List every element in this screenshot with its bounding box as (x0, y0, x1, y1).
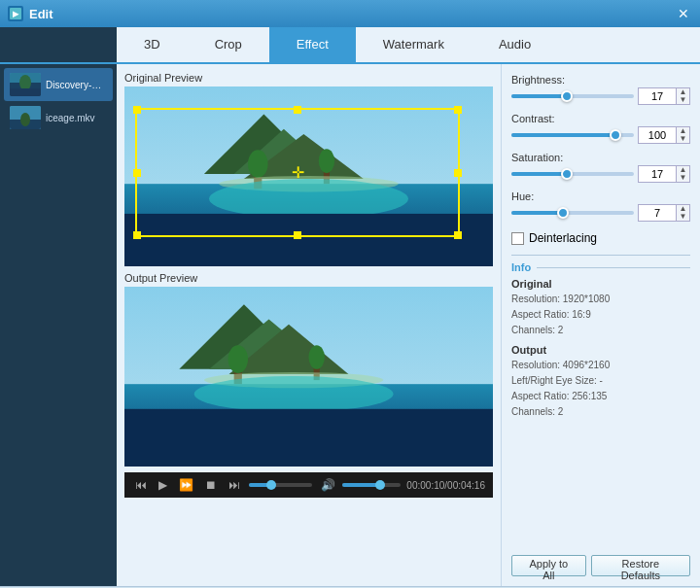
brightness-slider[interactable] (511, 94, 634, 98)
saturation-spinbox[interactable]: 17 ▲ ▼ (638, 165, 690, 183)
content-area: Original Preview (117, 64, 700, 586)
sidebar-label-iceage: iceage.mkv (46, 113, 95, 123)
original-preview-section: Original Preview (124, 72, 493, 266)
contrast-control: Contrast: 100 ▲ ▼ (511, 113, 690, 144)
output-eye-size: Left/Right Eye Size: - (511, 373, 690, 389)
window-title: Edit (29, 7, 675, 21)
contrast-thumb (610, 129, 621, 141)
tab-3d[interactable]: 3D (117, 27, 188, 64)
original-channels: Channels: 2 (511, 323, 690, 338)
app-icon: ▶ (8, 6, 23, 21)
svg-rect-5 (10, 88, 41, 96)
svg-point-15 (248, 150, 267, 178)
original-info-label: Original (511, 278, 690, 290)
original-preview-box: ✛ (124, 86, 493, 266)
info-section: Info Original Resolution: 1920*1080 Aspe… (511, 255, 690, 426)
output-preview-section: Output Preview (124, 272, 493, 467)
fast-forward-button[interactable]: ⏩ (176, 476, 196, 494)
hue-label: Hue: (511, 190, 690, 202)
stop-button[interactable]: ⏹ (202, 476, 220, 494)
svg-point-19 (209, 179, 408, 219)
svg-rect-33 (124, 409, 493, 467)
volume-bar[interactable] (342, 483, 401, 487)
output-info-label: Output (511, 344, 690, 356)
svg-point-32 (194, 376, 394, 412)
brightness-label: Brightness: (511, 74, 690, 86)
preview-panels: Original Preview (117, 64, 501, 586)
restore-defaults-button[interactable]: Restore Defaults (591, 555, 690, 576)
original-aspect: Aspect Ratio: 16:9 (511, 307, 690, 323)
sidebar-thumb-iceage (10, 106, 41, 129)
info-header-text: Info (511, 261, 531, 273)
tab-effect[interactable]: Effect (269, 27, 356, 64)
play-button[interactable]: ▶ (156, 476, 170, 494)
brightness-down[interactable]: ▼ (677, 96, 689, 104)
svg-point-28 (228, 345, 248, 373)
hue-slider[interactable] (511, 211, 634, 215)
hue-spinbox[interactable]: 7 ▲ ▼ (638, 204, 690, 222)
svg-point-4 (19, 75, 31, 90)
apply-to-all-button[interactable]: Apply to All (511, 555, 586, 576)
saturation-control: Saturation: 17 ▲ ▼ (511, 152, 690, 183)
skip-back-button[interactable]: ⏮ (132, 476, 150, 494)
svg-text:▶: ▶ (13, 10, 19, 18)
saturation-fill (511, 172, 567, 176)
brightness-fill (511, 94, 567, 98)
contrast-value[interactable]: 100 (638, 126, 677, 144)
brightness-spinbox[interactable]: 17 ▲ ▼ (638, 87, 690, 105)
svg-point-8 (20, 113, 30, 126)
progress-bar[interactable] (249, 483, 312, 487)
contrast-spinbox[interactable]: 100 ▲ ▼ (638, 126, 690, 144)
volume-icon[interactable]: 🔊 (318, 476, 338, 494)
brightness-value[interactable]: 17 (638, 87, 677, 105)
volume-thumb (375, 480, 385, 490)
hue-fill (511, 211, 563, 215)
sidebar-label-discovery: Discovery-Hu... (46, 80, 107, 90)
action-buttons: Apply to All Restore Defaults (511, 551, 690, 580)
hue-control: Hue: 7 ▲ ▼ (511, 190, 690, 222)
close-window-button[interactable]: ✕ (675, 5, 692, 22)
deinterlacing-checkbox[interactable] (511, 232, 524, 245)
sidebar: Discovery-Hu... iceage.mkv (0, 64, 117, 586)
hue-thumb (557, 207, 569, 219)
output-info-group: Output Resolution: 4096*2160 Left/Right … (511, 344, 690, 420)
svg-point-30 (309, 345, 325, 369)
info-divider (537, 267, 690, 268)
sidebar-item-iceage[interactable]: iceage.mkv (4, 101, 113, 134)
sidebar-thumb-discovery (10, 73, 41, 96)
video-controls: ⏮ ▶ ⏩ ⏹ ⏭ 🔊 (124, 472, 493, 498)
skip-forward-button[interactable]: ⏭ (226, 476, 243, 494)
tab-bar: 3D Crop Effect Watermark Audio (117, 27, 700, 62)
tab-audio[interactable]: Audio (472, 27, 558, 64)
deinterlacing-label: Deinterlacing (529, 231, 597, 245)
saturation-slider[interactable] (511, 172, 634, 176)
contrast-label: Contrast: (511, 113, 690, 124)
original-preview-label: Original Preview (124, 72, 493, 84)
brightness-control: Brightness: 17 ▲ ▼ (511, 74, 690, 105)
deinterlacing-row: Deinterlacing (511, 231, 690, 245)
output-channels: Channels: 2 (511, 404, 690, 420)
volume-area: 🔊 (318, 476, 401, 494)
saturation-label: Saturation: (511, 152, 690, 163)
output-aspect: Aspect Ratio: 256:135 (511, 389, 690, 404)
right-panel: Brightness: 17 ▲ ▼ (501, 64, 700, 586)
saturation-value[interactable]: 17 (638, 165, 677, 183)
output-preview-label: Output Preview (124, 272, 493, 284)
contrast-down[interactable]: ▼ (677, 135, 689, 143)
hue-down[interactable]: ▼ (677, 213, 689, 221)
sidebar-item-discovery[interactable]: Discovery-Hu... (4, 68, 113, 101)
titlebar: ▶ Edit ✕ (0, 0, 700, 27)
output-resolution: Resolution: 4096*2160 (511, 358, 690, 373)
saturation-thumb (561, 168, 573, 180)
tab-watermark[interactable]: Watermark (356, 27, 472, 64)
contrast-fill (511, 133, 615, 137)
svg-rect-20 (124, 214, 493, 266)
contrast-slider[interactable] (511, 133, 634, 137)
hue-value[interactable]: 7 (638, 204, 677, 222)
saturation-down[interactable]: ▼ (677, 174, 689, 182)
time-display: 00:00:10/00:04:16 (406, 480, 485, 491)
svg-point-17 (319, 149, 334, 173)
output-preview-box (124, 287, 493, 467)
tab-crop[interactable]: Crop (188, 27, 269, 64)
original-resolution: Resolution: 1920*1080 (511, 292, 690, 307)
